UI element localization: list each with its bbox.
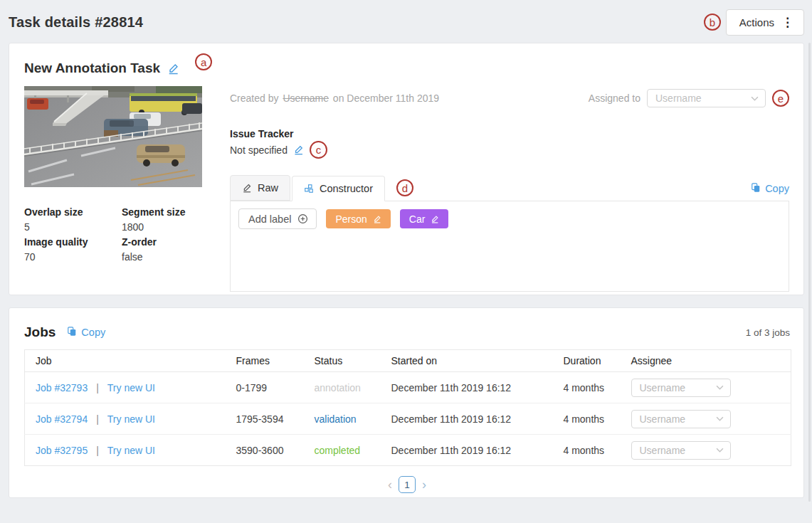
- labels-widget: Raw Constructor d: [230, 175, 789, 292]
- assigned-to-select[interactable]: Username: [647, 89, 766, 107]
- assigned-to-label: Assigned to: [589, 93, 640, 104]
- column-status: Status: [315, 350, 391, 372]
- job-row: Job #32793|Try new UI 0-1799 annotation …: [25, 372, 791, 403]
- param-value: 70: [24, 250, 122, 265]
- tab-constructor-label: Constructor: [320, 183, 373, 194]
- job-status: annotation: [315, 382, 361, 393]
- separator: |: [96, 445, 99, 456]
- chevron-down-icon: [716, 385, 724, 390]
- assigned-to-value: Username: [655, 93, 702, 104]
- jobs-title: Jobs: [24, 324, 56, 340]
- column-assignee: Assignee: [631, 350, 791, 372]
- job-started-on: December 11th 2019 16:12: [391, 372, 564, 403]
- jobs-count: 1 of 3 jobs: [746, 327, 790, 338]
- actions-button[interactable]: Actions ⋮: [726, 9, 804, 36]
- column-duration: Duration: [564, 350, 631, 372]
- task-details-page: Task details #28814 b Actions ⋮ New Anno…: [0, 0, 812, 523]
- traffic-scene-illustration: [24, 86, 202, 187]
- tab-raw[interactable]: Raw: [230, 175, 290, 201]
- column-job: Job: [25, 350, 236, 372]
- param-label: Segment size: [122, 205, 202, 220]
- edit-task-name-icon[interactable]: [167, 63, 179, 75]
- label-tag-car[interactable]: Car: [400, 209, 449, 228]
- separator: |: [96, 413, 99, 425]
- job-duration: 4 months: [564, 372, 631, 403]
- plus-circle-icon: [297, 213, 308, 224]
- labels-constructor-panel: Add label Person: [230, 201, 789, 292]
- param-label: Image quality: [24, 235, 122, 250]
- param-label: Overlap size: [24, 205, 122, 220]
- job-duration: 4 months: [564, 403, 631, 435]
- column-started-on: Started on: [391, 350, 564, 372]
- job-frames: 1795-3594: [236, 403, 315, 435]
- pagination: ‹ 1 ›: [24, 476, 790, 493]
- job-frames: 3590-3600: [236, 435, 315, 466]
- task-preview-image: [24, 86, 202, 187]
- previous-page-icon[interactable]: ‹: [388, 477, 392, 492]
- page-title: Task details #28814: [9, 14, 143, 31]
- assignee-select[interactable]: Username: [631, 441, 731, 460]
- job-link[interactable]: Job #32795: [36, 445, 88, 456]
- chevron-down-icon: [716, 416, 724, 421]
- job-row: Job #32795|Try new UI 3590-3600 complete…: [25, 435, 791, 466]
- edit-label-icon: [373, 215, 381, 223]
- column-frames: Frames: [236, 350, 315, 372]
- param-value: 1800: [122, 220, 202, 235]
- issue-tracker-value: Not specified: [230, 142, 288, 158]
- try-new-ui-link[interactable]: Try new UI: [107, 382, 155, 393]
- job-link[interactable]: Job #32793: [36, 382, 88, 393]
- job-link[interactable]: Job #32794: [36, 413, 88, 425]
- scrollbar[interactable]: [808, 43, 811, 502]
- task-parameters: Overlap size 5 Segment size 1800 Image q…: [24, 205, 202, 265]
- actions-button-label: Actions: [739, 16, 774, 28]
- created-by-username: Username: [283, 93, 329, 104]
- job-started-on: December 11th 2019 16:12: [391, 403, 564, 435]
- chevron-down-icon: [751, 96, 759, 101]
- copy-jobs-link[interactable]: Copy: [67, 326, 105, 339]
- page-header: Task details #28814 b Actions ⋮: [9, 0, 804, 43]
- param-value: 5: [24, 220, 122, 235]
- pencil-icon: [242, 183, 252, 193]
- edit-issue-tracker-icon[interactable]: [293, 144, 304, 155]
- separator: |: [96, 382, 99, 393]
- kebab-menu-icon: ⋮: [781, 16, 793, 28]
- job-row: Job #32794|Try new UI 1795-3594 validati…: [25, 403, 791, 435]
- tab-raw-label: Raw: [258, 182, 278, 194]
- annotation-marker-c: c: [310, 141, 327, 159]
- annotation-marker-a: a: [195, 53, 212, 70]
- copy-icon: [67, 326, 77, 339]
- job-frames: 0-1799: [236, 372, 315, 403]
- block-icon: [304, 184, 314, 194]
- task-name: New Annotation Task: [24, 60, 160, 76]
- job-duration: 4 months: [564, 435, 631, 466]
- issue-tracker-label: Issue Tracker: [230, 127, 789, 141]
- chevron-down-icon: [716, 448, 724, 453]
- try-new-ui-link[interactable]: Try new UI: [107, 445, 155, 456]
- next-page-icon[interactable]: ›: [422, 477, 426, 492]
- jobs-card: Jobs Copy 1 of 3 jobs Job Frames Status …: [9, 307, 804, 498]
- assignee-select[interactable]: Username: [631, 379, 731, 397]
- copy-labels-link[interactable]: Copy: [751, 182, 789, 195]
- jobs-table-header: Job Frames Status Started on Duration As…: [25, 350, 791, 372]
- job-started-on: December 11th 2019 16:12: [391, 435, 564, 466]
- tab-constructor[interactable]: Constructor: [292, 176, 385, 201]
- created-by-line: Created by Username on December 11th 201…: [230, 93, 439, 104]
- annotation-marker-e: e: [772, 90, 789, 107]
- assignee-select[interactable]: Username: [631, 410, 731, 428]
- task-details-card: New Annotation Task a: [9, 43, 804, 295]
- job-status: completed: [315, 445, 361, 456]
- add-label-button[interactable]: Add label: [238, 208, 317, 229]
- annotation-marker-d: d: [396, 179, 413, 196]
- page-number-1[interactable]: 1: [399, 476, 416, 493]
- try-new-ui-link[interactable]: Try new UI: [107, 413, 155, 425]
- label-tag-person[interactable]: Person: [326, 209, 390, 228]
- job-status: validation: [315, 413, 357, 425]
- param-label: Z-order: [122, 235, 202, 250]
- jobs-table: Job Frames Status Started on Duration As…: [24, 349, 791, 466]
- edit-label-icon: [431, 215, 439, 223]
- copy-icon: [751, 182, 761, 195]
- annotation-marker-b: b: [704, 14, 721, 31]
- param-value: false: [122, 250, 202, 265]
